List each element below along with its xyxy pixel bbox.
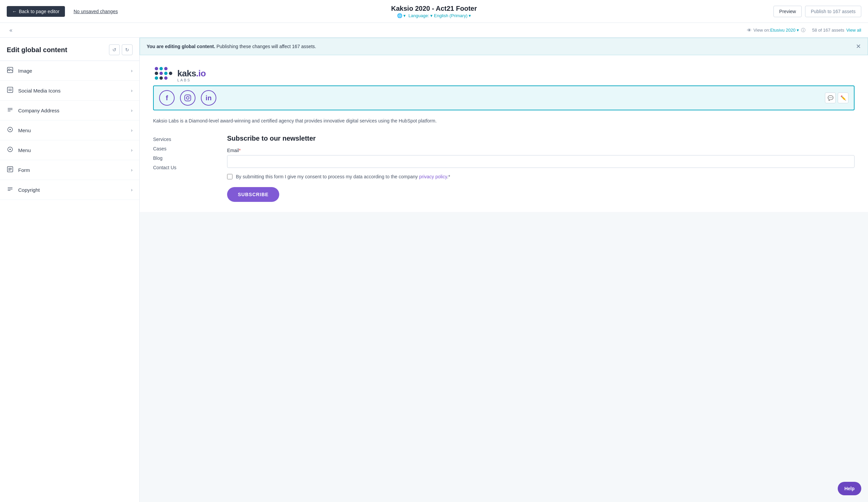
consent-checkbox[interactable] <box>227 174 232 179</box>
footer-preview: kaks.io LABS f in 💬 ✏️ Kak <box>140 55 868 212</box>
publish-button[interactable]: Publish to 167 assets <box>805 6 861 17</box>
collapse-sidebar-button[interactable]: « <box>7 26 15 35</box>
preview-button[interactable]: Preview <box>774 6 802 17</box>
svg-point-25 <box>155 76 158 80</box>
privacy-policy-link[interactable]: privacy policy <box>419 174 447 179</box>
redo-button[interactable]: ↻ <box>122 44 133 55</box>
undo-redo-group: ↺ ↻ <box>109 44 133 55</box>
svg-point-9 <box>9 129 11 130</box>
footer-nav-services[interactable]: Services <box>153 135 207 144</box>
view-bar-left: « <box>7 26 15 35</box>
kaksio-logo-svg <box>153 65 173 85</box>
newsletter-title: Subscribe to our newsletter <box>227 135 855 142</box>
svg-rect-29 <box>185 95 191 101</box>
help-button[interactable]: Help <box>838 482 861 495</box>
menu-1-icon <box>7 126 13 134</box>
social-edit-pencil-button[interactable]: ✏️ <box>838 93 848 103</box>
chevron-right-icon-social: › <box>131 88 133 93</box>
consent-suffix: .* <box>447 174 450 179</box>
view-on-label: View on: <box>754 28 771 33</box>
svg-point-28 <box>169 72 172 75</box>
sidebar-item-copyright[interactable]: Copyright › <box>0 180 139 200</box>
sidebar-label-social-media-icons: Social Media Icons <box>18 88 61 93</box>
svg-point-11 <box>9 149 11 150</box>
sidebar-label-image: Image <box>18 68 32 74</box>
subscribe-button[interactable]: SUBSCRIBE <box>227 187 279 202</box>
sidebar-item-social-media-icons[interactable]: Social Media Icons › <box>0 81 139 101</box>
assets-count: 58 of 167 assets <box>812 28 844 33</box>
kaksio-wordmark: kaks.io <box>177 69 206 79</box>
email-required-marker: * <box>239 148 240 153</box>
svg-point-22 <box>155 72 158 75</box>
sidebar-label-copyright: Copyright <box>18 187 40 193</box>
svg-point-21 <box>164 67 167 70</box>
back-to-editor-button[interactable]: Back to page editor <box>7 6 65 17</box>
svg-point-19 <box>155 67 158 70</box>
kaksio-name: kaks.io LABS <box>177 69 206 82</box>
sidebar-label-menu-1: Menu <box>18 127 31 133</box>
instagram-icon-button[interactable] <box>180 90 195 106</box>
facebook-icon-button[interactable]: f <box>159 90 175 106</box>
company-address-icon <box>7 107 13 114</box>
global-banner-description-text: Publishing these changes will affect 167… <box>216 44 316 49</box>
language-selector[interactable]: 🌐 Language: English (Primary) <box>391 13 477 18</box>
image-icon <box>7 67 13 74</box>
svg-point-20 <box>159 67 163 70</box>
sidebar: Edit global content ↺ ↻ Image › Social M… <box>0 38 140 502</box>
kaksio-io-text: .io <box>196 68 206 79</box>
svg-point-27 <box>164 76 167 80</box>
header-actions: Preview Publish to 167 assets <box>774 6 861 17</box>
kaksio-labs-text: LABS <box>177 78 206 82</box>
chevron-right-icon-address: › <box>131 107 133 113</box>
page-title: Kaksio 2020 - Act21 Footer <box>391 5 477 12</box>
view-bar: « 👁 View on: Etusivu 2020 ⓘ 58 of 167 as… <box>0 23 868 38</box>
sidebar-title: Edit global content <box>7 46 67 54</box>
social-icons-group: f in <box>159 90 216 106</box>
language-label: Language: <box>409 13 433 18</box>
content-area: You are editing global content. Publishi… <box>140 38 868 502</box>
sidebar-item-menu-1[interactable]: Menu › <box>0 121 139 140</box>
footer-nav: Services Cases Blog Contact Us <box>153 135 207 202</box>
global-banner-close-button[interactable]: ✕ <box>856 43 861 50</box>
svg-point-26 <box>159 76 163 80</box>
sidebar-item-company-address[interactable]: Company Address › <box>0 101 139 121</box>
global-banner-text: You are editing global content. Publishi… <box>147 44 316 49</box>
main-layout: Edit global content ↺ ↻ Image › Social M… <box>0 38 868 502</box>
social-icons-container: f in 💬 ✏️ <box>153 85 855 110</box>
sidebar-item-image[interactable]: Image › <box>0 61 139 81</box>
svg-point-23 <box>159 72 163 75</box>
footer-logo: kaks.io LABS <box>153 65 855 85</box>
chevron-right-icon-menu1: › <box>131 127 133 133</box>
footer-description: Kaksio Labs is a Diamond-level award-win… <box>153 117 855 124</box>
view-on-select[interactable]: Etusivu 2020 <box>770 28 799 33</box>
view-all-link[interactable]: View all <box>846 28 861 33</box>
eye-icon: 👁 <box>747 28 752 33</box>
social-comment-button[interactable]: 💬 <box>825 93 836 103</box>
header-center: Kaksio 2020 - Act21 Footer 🌐 Language: E… <box>391 5 477 18</box>
chevron-right-icon-form: › <box>131 167 133 173</box>
consent-row: By submitting this form I give my consen… <box>227 173 855 180</box>
email-label: Email* <box>227 148 855 153</box>
form-icon <box>7 166 13 174</box>
svg-point-1 <box>9 69 10 70</box>
no-changes-link[interactable]: No unsaved changes <box>74 9 118 14</box>
chevron-right-icon: › <box>131 68 133 73</box>
menu-2-icon <box>7 146 13 154</box>
chevron-right-icon-menu2: › <box>131 147 133 153</box>
svg-point-24 <box>164 72 167 75</box>
sidebar-item-menu-2[interactable]: Menu › <box>0 140 139 160</box>
svg-point-30 <box>186 96 189 99</box>
globe-icon: 🌐 <box>397 13 406 18</box>
info-icon[interactable]: ⓘ <box>801 27 805 33</box>
language-value[interactable]: English (Primary) <box>434 13 471 18</box>
footer-nav-blog[interactable]: Blog <box>153 153 207 163</box>
footer-nav-contact[interactable]: Contact Us <box>153 163 207 172</box>
sidebar-label-form: Form <box>18 167 30 173</box>
chevron-right-icon-copyright: › <box>131 187 133 193</box>
footer-nav-cases[interactable]: Cases <box>153 144 207 153</box>
undo-button[interactable]: ↺ <box>109 44 120 55</box>
footer-newsletter-form: Subscribe to our newsletter Email* By su… <box>227 135 855 202</box>
linkedin-icon-button[interactable]: in <box>201 90 216 106</box>
sidebar-item-form[interactable]: Form › <box>0 160 139 180</box>
email-input[interactable] <box>227 155 855 168</box>
